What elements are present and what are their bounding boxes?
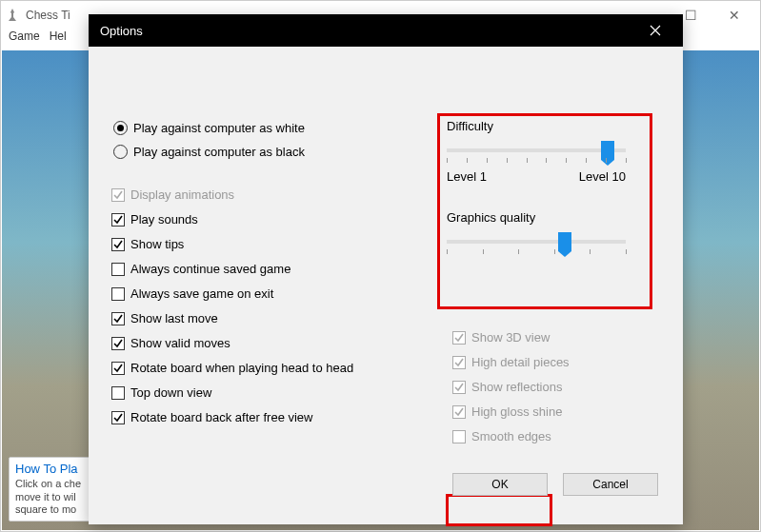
checkbox	[452, 405, 466, 419]
graphics-option-row: Show reflections	[452, 380, 643, 394]
checkbox[interactable]	[111, 287, 125, 301]
ok-button[interactable]: OK	[452, 473, 548, 496]
checkbox	[111, 188, 125, 202]
checkbox-label: Rotate board back after free view	[130, 410, 313, 424]
checkbox[interactable]	[111, 238, 125, 251]
dialog-title: Options	[100, 24, 143, 38]
checkbox-label: Play sounds	[130, 212, 198, 227]
checkbox-label: Show valid moves	[130, 336, 230, 350]
checkbox[interactable]	[111, 263, 125, 276]
checkbox-label: High gloss shine	[471, 404, 562, 419]
checkbox-label: Smooth edges	[471, 429, 551, 443]
options-dialog: Options Play against computer as white P…	[89, 14, 683, 524]
menu-help[interactable]: Hel	[50, 30, 67, 49]
checkbox-label: Show last move	[130, 311, 218, 325]
dialog-close-button[interactable]	[639, 14, 671, 47]
menu-game[interactable]: Game	[9, 30, 40, 49]
graphics-option-row: High gloss shine	[452, 404, 643, 419]
radio-icon	[113, 145, 128, 159]
cancel-label: Cancel	[592, 478, 628, 491]
howto-body: Click on a che move it to wil square to …	[15, 478, 92, 517]
checkbox-label: Top down view	[130, 385, 211, 400]
checkbox-label: Rotate board when playing head to head	[130, 361, 353, 375]
checkbox-label: Show reflections	[471, 380, 562, 394]
howto-panel: How To Pla Click on a che move it to wil…	[9, 457, 99, 522]
dialog-titlebar: Options	[89, 14, 683, 47]
option-row[interactable]: Show last move	[111, 311, 660, 325]
checkbox	[452, 381, 466, 394]
main-title: Chess Ti	[26, 9, 70, 22]
checkbox[interactable]	[111, 411, 125, 424]
checkbox-label: Always continue saved game	[130, 262, 290, 276]
close-button[interactable]: ✕	[712, 1, 756, 30]
checkbox[interactable]	[111, 312, 125, 325]
checkbox[interactable]	[111, 337, 125, 350]
checkbox	[452, 356, 466, 369]
radio-icon	[113, 121, 128, 135]
checkbox[interactable]	[111, 362, 125, 375]
checkbox-label: Show tips	[130, 237, 184, 251]
checkbox[interactable]	[111, 386, 125, 400]
howto-title: How To Pla	[15, 462, 92, 476]
graphics-option-row: Smooth edges	[452, 429, 643, 443]
checkbox-label: High detail pieces	[471, 355, 570, 369]
checkbox	[452, 331, 466, 345]
app-icon	[5, 8, 20, 23]
checkbox-label: Show 3D view	[471, 330, 550, 345]
checkbox[interactable]	[111, 213, 125, 227]
checkbox-label: Always save game on exit	[130, 286, 273, 301]
graphics-option-row: High detail pieces	[452, 355, 643, 369]
main-window: Chess Ti ─ ☐ ✕ Game Hel How To Pla Click…	[0, 0, 761, 532]
radio-label: Play against computer as white	[133, 121, 305, 135]
dialog-buttons: OK Cancel	[452, 473, 658, 496]
highlight-sliders	[437, 113, 652, 309]
ok-label: OK	[491, 478, 508, 491]
close-icon	[650, 25, 661, 36]
checkbox	[452, 430, 466, 443]
graphics-option-row: Show 3D view	[452, 330, 643, 345]
cancel-button[interactable]: Cancel	[563, 473, 658, 496]
radio-label: Play against computer as black	[133, 145, 305, 159]
highlight-ok	[446, 494, 552, 526]
graphics-check-list: Show 3D viewHigh detail piecesShow refle…	[452, 330, 643, 454]
checkbox-label: Display animations	[130, 187, 234, 202]
